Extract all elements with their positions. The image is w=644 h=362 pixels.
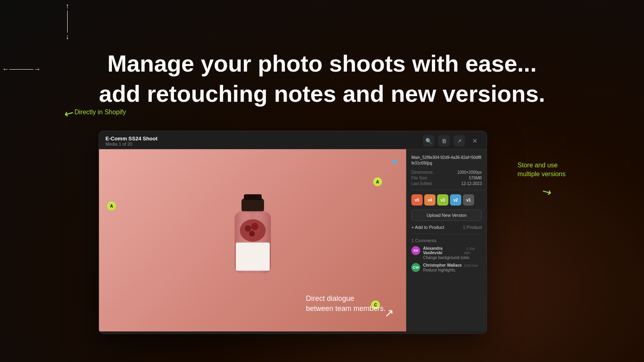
comment-avatar-1: AV (411, 246, 420, 255)
version-v5[interactable]: v5 (411, 194, 423, 206)
comments-section: 1 Comments AV Alexandra Vasilevski · 1 d… (411, 238, 482, 272)
comment-time-2: Just now (464, 263, 478, 267)
annotation-dot-a-mid[interactable]: A (107, 202, 116, 210)
file-meta: Dimensions: 1000×2000px File Size: 578MB… (411, 170, 482, 186)
annotation-versions: Store and use multiple versions (518, 161, 566, 179)
star-icon[interactable]: ★ (391, 156, 399, 167)
comment-item-2: CW Christopher Wallace Just now Reduce h… (411, 263, 482, 272)
right-panel: Main_52f8e304-92d9-4a36-82af=50df8fe31c6… (406, 149, 487, 331)
comments-title: 1 Comments (411, 238, 482, 243)
svg-rect-0 (242, 198, 264, 212)
export-button[interactable]: ↗ (454, 135, 465, 146)
comment-header-2: Christopher Wallace Just now (423, 263, 478, 267)
search-button[interactable]: 🔍 (423, 135, 434, 146)
divider-1 (411, 190, 482, 190)
dimensions-label: Dimensions: (411, 170, 433, 175)
product-count: 1 Product (463, 225, 482, 230)
divider-2 (411, 234, 482, 234)
main-heading: Manage your photo shoots with ease... ad… (0, 48, 644, 109)
last-edited-value: 12-12-2023 (461, 181, 482, 186)
annotation-dialogue: Direct dialogue between team members. (306, 294, 386, 314)
svg-point-5 (240, 219, 266, 242)
comment-author-1: Alexandra Vasilevski (423, 246, 462, 255)
svg-point-8 (249, 231, 255, 237)
comment-time-1: · 1 day ago (464, 247, 482, 255)
window-header: E-Comm SS24 Shoot Media 1 of 20 🔍 🗑 ↗ ✕ (99, 131, 487, 149)
add-product-row: + Add to Product 1 Product (411, 225, 482, 230)
svg-point-7 (251, 223, 258, 230)
window-header-icons: 🔍 🗑 ↗ ✕ (423, 135, 480, 146)
dimensions-value: 1000×2000px (457, 170, 482, 175)
window-content: A A C ★ Main_52f8e304-92d9-4a36-82af=50d… (99, 149, 487, 331)
version-v2[interactable]: v2 (450, 194, 461, 206)
arrow-versions-icon: ↙ (539, 183, 554, 200)
comment-text-2: Reduce highlights. (423, 268, 478, 272)
comment-author-2: Christopher Wallace (423, 263, 462, 267)
file-name: Main_52f8e304-92d9-4a36-82af=50df8fe31c6… (411, 155, 482, 166)
comment-body-1: Alexandra Vasilevski · 1 day ago Change … (423, 246, 482, 260)
annotation-dot-a-top[interactable]: A (373, 177, 382, 186)
window-subtitle: Media 1 of 20 (105, 142, 157, 146)
upload-new-version-button[interactable]: Upload New Version (411, 210, 482, 221)
heading-line2: add retouching notes and new versions. (0, 78, 644, 109)
file-size-label: File Size: (411, 176, 428, 180)
last-edited-row: Last Edited: 12-12-2023 (411, 181, 482, 186)
svg-rect-1 (244, 194, 262, 200)
resize-arrow-vertical (66, 2, 69, 41)
app-window: E-Comm SS24 Shoot Media 1 of 20 🔍 🗑 ↗ ✕ (99, 131, 487, 334)
version-v4[interactable]: v4 (424, 194, 436, 206)
product-bottle (221, 190, 285, 291)
version-v1[interactable]: v1 (463, 194, 474, 206)
dimensions-row: Dimensions: 1000×2000px (411, 170, 482, 175)
window-title: E-Comm SS24 Shoot (105, 136, 157, 142)
annotation-shopify: Directly in Shopify (74, 109, 126, 116)
arrow-dialogue-icon: ↗ (384, 306, 394, 320)
window-header-left: E-Comm SS24 Shoot Media 1 of 20 (105, 136, 157, 146)
file-size-row: File Size: 578MB (411, 176, 482, 180)
comment-avatar-2: CW (411, 263, 420, 272)
version-bubbles: v5 v4 v3 v2 v1 (411, 194, 482, 206)
heading-line1: Manage your photo shoots with ease... (0, 48, 644, 78)
svg-point-6 (245, 225, 251, 232)
version-v3[interactable]: v3 (437, 194, 448, 206)
svg-rect-4 (236, 243, 270, 271)
comment-header-1: Alexandra Vasilevski · 1 day ago (423, 246, 482, 255)
add-to-product-button[interactable]: + Add to Product (411, 225, 444, 230)
trash-button[interactable]: 🗑 (438, 135, 450, 146)
file-size-value: 578MB (469, 176, 482, 180)
last-edited-label: Last Edited: (411, 181, 433, 186)
comment-text-1: Change background color. (423, 255, 482, 260)
close-button[interactable]: ✕ (469, 135, 480, 146)
comment-item-1: AV Alexandra Vasilevski · 1 day ago Chan… (411, 246, 482, 260)
comment-body-2: Christopher Wallace Just now Reduce high… (423, 263, 478, 272)
